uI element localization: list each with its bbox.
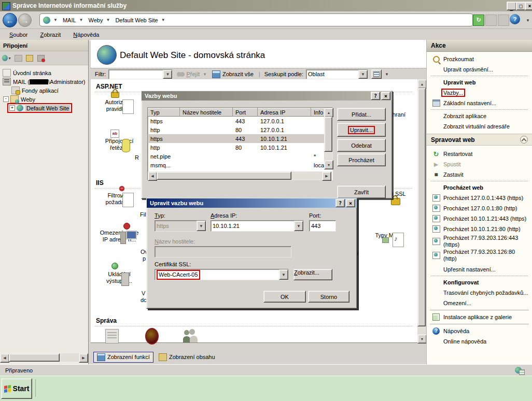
action-failed-request-tracing[interactable]: Trasování chybných požadavků... [427, 288, 532, 298]
chevron-down-icon[interactable]: ▼ [163, 70, 172, 79]
column-nazev-hostitele[interactable]: Název hostitele [180, 108, 233, 117]
binding-row[interactable]: https443127.0.0.1 [148, 117, 332, 125]
edit-button[interactable]: Upravit... [337, 123, 386, 137]
table-horizontal-scrollbar[interactable]: ◀ ▶ [148, 171, 331, 180]
action-explore[interactable]: Prozkoumat [427, 54, 532, 64]
collapse-chevron-icon[interactable] [520, 136, 528, 144]
cancel-button[interactable]: Storno [308, 291, 349, 303]
back-button[interactable]: ← [3, 13, 17, 27]
tree-item-default-web-site[interactable]: + Default Web Site [0, 104, 88, 112]
binding-row-selected[interactable]: https44310.10.1.21 [148, 134, 332, 143]
action-view-applications[interactable]: Zobrazit aplikace [427, 111, 532, 121]
tile-mime-types[interactable]: ♪ Typy MIME [365, 232, 414, 239]
tile-connection-strings[interactable]: ab Připojovací řetězce [94, 138, 144, 151]
scroll-left-icon[interactable]: ◀ [0, 353, 9, 363]
scroll-thumb[interactable] [324, 117, 332, 152]
breadcrumb-default-web-site[interactable]: Default Web Site [115, 17, 158, 23]
dialog-help-icon[interactable]: ? [371, 92, 380, 100]
action-browse-77-80[interactable]: Procházet 77.93.203.126:80 (http) [427, 248, 532, 262]
sprava-users-icon[interactable] [183, 329, 199, 342]
tile-request-filtering[interactable]: ✓− Filtrování požadavků [94, 192, 144, 206]
binding-row[interactable]: msmq...loca [148, 161, 332, 169]
tile-authorization-rules[interactable]: Autorizační pravidla ... [94, 99, 144, 112]
sprava-delegation-icon[interactable] [145, 328, 159, 345]
tree-item-app-pools[interactable]: Fondy aplikací [0, 86, 88, 95]
close-dialog-button[interactable]: Zavřít [337, 185, 386, 198]
tree-item-start-page[interactable]: Úvodní stránka [0, 68, 88, 77]
scroll-right-icon[interactable]: ▶ [322, 171, 331, 181]
table-vertical-scrollbar[interactable]: ▲ ▼ [324, 108, 332, 169]
show-all-button[interactable]: Zobrazit vše [222, 71, 254, 77]
bindings-table[interactable]: Typ Název hostitele Port Adresa IP Info … [147, 107, 333, 180]
scroll-thumb[interactable] [157, 171, 291, 180]
column-adresa-ip[interactable]: Adresa IP [258, 108, 311, 117]
port-input[interactable] [310, 223, 335, 229]
ip-select[interactable]: 10.10.1.21▼ [211, 220, 304, 232]
binding-row[interactable]: http80127.0.0.1 [148, 125, 332, 134]
scroll-up-icon[interactable]: ▲ [324, 108, 333, 117]
address-bar[interactable]: ▼ MAIL▼ Weby▼ Default Web Site▼ [39, 13, 473, 26]
action-limits[interactable]: Omezení... [427, 298, 532, 308]
chevron-down-icon[interactable]: ▼ [279, 269, 288, 280]
action-browse-127-80[interactable]: Procházet 127.0.0.1:80 (http) [427, 203, 532, 213]
content-vertical-scrollbar[interactable]: ▲ ▼ [417, 79, 426, 342]
action-browse-10-443[interactable]: Procházet 10.10.1.21:443 (https) [427, 213, 532, 224]
scroll-down-icon[interactable]: ▼ [417, 334, 427, 343]
chevron-down-icon[interactable]: ▼ [385, 72, 389, 77]
scroll-down-icon[interactable]: ▼ [324, 160, 333, 169]
start-button[interactable]: Start [1, 378, 32, 399]
chevron-down-icon[interactable]: ▼ [106, 18, 110, 22]
sprava-clipboard-icon[interactable] [105, 329, 119, 343]
breadcrumb-weby[interactable]: Weby [89, 17, 103, 23]
tree-item-server[interactable]: MAIL (\Administrator) [0, 77, 88, 86]
binding-row[interactable]: http8010.10.1.21 [148, 143, 332, 152]
help-dropdown-icon[interactable]: ▼ [526, 18, 530, 23]
minimize-button[interactable]: _ [507, 2, 516, 10]
show-all-icon[interactable] [212, 70, 220, 78]
action-advanced-settings[interactable]: Upřesnit nastavení... [427, 264, 532, 275]
menu-napoveda[interactable]: Nápověda [70, 31, 102, 39]
menu-soubor[interactable]: Soubor [6, 31, 31, 39]
browse-button[interactable]: Procházet [337, 153, 386, 166]
tab-content-view[interactable]: Zobrazení obsahu [156, 352, 218, 362]
add-button[interactable]: Přidat... [337, 108, 386, 121]
view-mode-icon[interactable] [371, 69, 382, 79]
scroll-up-icon[interactable]: ▲ [417, 79, 427, 89]
menu-zobrazit[interactable]: Zobrazit [37, 31, 64, 39]
bindings-dialog-titlebar[interactable]: Vazby webu ? × [142, 91, 392, 101]
bindings-table-header[interactable]: Typ Název hostitele Port Adresa IP Info [148, 108, 332, 117]
tab-features-view[interactable]: Zobrazení funkcí [93, 352, 153, 363]
action-basic-settings[interactable]: Základní nastavení... [427, 98, 532, 108]
column-port[interactable]: Port [233, 108, 258, 117]
action-view-virtual-directories[interactable]: Zobrazit virtuální adresáře [427, 121, 532, 132]
action-stop[interactable]: ■ Zastavit [427, 169, 532, 180]
action-install-from-gallery[interactable]: Instalace aplikace z galerie [427, 312, 532, 322]
collapse-icon[interactable]: - [3, 96, 9, 102]
action-browse-77-443[interactable]: Procházet 77.93.203.126:443 (https) [427, 234, 532, 248]
port-field[interactable] [309, 220, 336, 232]
delete-connection-icon[interactable] [36, 53, 46, 63]
ssl-certificate-select[interactable]: Web-CAcert-05▼ [155, 269, 289, 280]
scroll-thumb[interactable] [9, 353, 60, 362]
filter-input[interactable]: ▼ [108, 69, 173, 79]
action-restart[interactable]: ↻ Restartovat [427, 149, 532, 159]
scroll-right-icon[interactable]: ▶ [79, 353, 88, 363]
group-by-select[interactable]: Oblast▼ [306, 69, 368, 79]
close-button[interactable]: × [525, 2, 532, 10]
tree-horizontal-scrollbar[interactable]: ◀ ▶ [0, 353, 88, 362]
chevron-down-icon[interactable]: ▼ [79, 18, 83, 22]
address-dropdown-icon[interactable]: ▼ [53, 18, 58, 22]
dialog-close-icon[interactable]: × [346, 199, 355, 207]
dialog-help-icon[interactable]: ? [335, 199, 345, 207]
chevron-down-icon[interactable]: ▼ [358, 70, 368, 79]
section-manage-site[interactable]: Spravovat web [427, 134, 532, 146]
forward-button[interactable]: → [18, 13, 32, 27]
action-browse-10-80[interactable]: Procházet 10.10.1.21:80 (http) [427, 224, 532, 234]
action-browse-127-443[interactable]: Procházet 127.0.0.1:443 (https) [427, 193, 532, 203]
expand-icon[interactable]: + [9, 105, 15, 111]
binding-row[interactable]: net.pipe* [148, 152, 332, 161]
action-help[interactable]: ? Nápověda [427, 326, 532, 336]
save-connection-icon[interactable] [25, 53, 34, 63]
column-typ[interactable]: Typ [148, 108, 180, 117]
scroll-left-icon[interactable]: ◀ [148, 171, 157, 181]
